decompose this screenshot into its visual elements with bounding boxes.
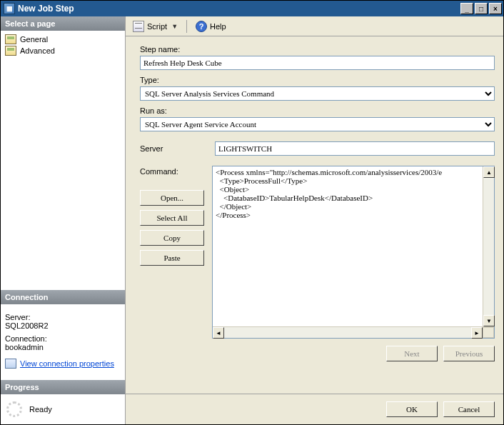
progress-header: Progress (1, 380, 125, 394)
help-label: Help (210, 22, 226, 31)
help-icon: ? (196, 21, 207, 32)
page-icon (5, 34, 16, 44)
vertical-scrollbar[interactable]: ▲ ▼ (483, 166, 494, 326)
ok-button[interactable]: OK (386, 401, 438, 417)
connection-value: bookadmin (5, 343, 121, 351)
progress-text: Ready (29, 405, 52, 414)
view-connection-row: View connection properties (5, 359, 121, 369)
view-connection-link[interactable]: View connection properties (20, 359, 114, 368)
copy-button[interactable]: Copy (140, 230, 204, 246)
scroll-track[interactable] (224, 327, 471, 338)
progress-body: Ready (1, 394, 125, 424)
command-left-col: Command: Open... Select All Copy Paste (140, 166, 208, 266)
step-nav-buttons: Next Previous (140, 346, 495, 361)
toolbar-separator (186, 20, 187, 33)
window-title: New Job Step (18, 4, 74, 14)
runas-label: Run as: (140, 106, 495, 115)
command-textarea[interactable]: <Process xmlns="http://schemas.microsoft… (213, 166, 494, 326)
maximize-button[interactable]: □ (475, 3, 488, 14)
nav-general[interactable]: General (5, 34, 121, 45)
scroll-track[interactable] (483, 178, 494, 315)
scroll-corner (483, 327, 494, 338)
type-label: Type: (140, 76, 495, 84)
runas-select[interactable]: SQL Server Agent Service Account (140, 117, 495, 131)
select-all-button[interactable]: Select All (140, 210, 204, 226)
nav-advanced[interactable]: Advanced (5, 45, 121, 56)
server-label: Server: (5, 313, 121, 321)
command-grid: Command: Open... Select All Copy Paste <… (140, 166, 495, 339)
step-name-input[interactable] (140, 56, 495, 70)
cancel-button[interactable]: Cancel (443, 401, 495, 417)
nav-label: Advanced (20, 46, 55, 55)
script-button[interactable]: Script ▼ (130, 19, 181, 34)
nav-label: General (20, 35, 48, 44)
content-area: Select a page General Advanced Connectio… (1, 16, 503, 424)
progress-spinner-icon (6, 401, 22, 417)
page-nav: General Advanced (1, 31, 125, 59)
connection-block: Server: SQL2008R2 Connection: bookadmin … (1, 304, 125, 373)
command-btn-stack: Open... Select All Copy Paste (140, 190, 208, 266)
paste-button[interactable]: Paste (140, 250, 204, 266)
dialog-window: ▦ New Job Step _ □ × Select a page Gener… (0, 0, 504, 425)
type-row: Type: SQL Server Analysis Services Comma… (140, 76, 495, 101)
properties-icon (5, 359, 16, 369)
help-button[interactable]: ? Help (193, 19, 229, 34)
scroll-left-button[interactable]: ◄ (213, 327, 224, 339)
command-label: Command: (140, 166, 208, 176)
minimize-button[interactable]: _ (460, 3, 473, 14)
script-icon (133, 21, 144, 32)
chevron-down-icon: ▼ (171, 23, 178, 30)
scroll-up-button[interactable]: ▲ (483, 166, 495, 178)
server-value: SQL2008R2 (5, 321, 121, 330)
server-row: Server (140, 141, 495, 156)
step-name-label: Step name: (140, 45, 495, 54)
runas-row: Run as: SQL Server Agent Service Account (140, 106, 495, 131)
script-label: Script (147, 22, 167, 31)
type-select[interactable]: SQL Server Analysis Services Command (140, 86, 495, 101)
scroll-down-button[interactable]: ▼ (483, 315, 495, 326)
open-button[interactable]: Open... (140, 190, 204, 206)
toolbar: Script ▼ ? Help (126, 16, 503, 36)
page-icon (5, 46, 16, 56)
right-pane: Script ▼ ? Help Step name: Type: SQL (126, 16, 503, 424)
scroll-right-button[interactable]: ► (471, 327, 483, 339)
app-icon: ▦ (4, 3, 15, 14)
connection-header: Connection (1, 290, 125, 304)
titlebar[interactable]: ▦ New Job Step _ □ × (1, 1, 503, 16)
close-button[interactable]: × (489, 3, 502, 14)
select-page-header: Select a page (1, 16, 125, 31)
left-pane: Select a page General Advanced Connectio… (1, 16, 126, 424)
server-field-label: Server (140, 144, 208, 153)
next-button[interactable]: Next (386, 346, 438, 361)
connection-label: Connection: (5, 334, 121, 343)
previous-button[interactable]: Previous (443, 346, 495, 361)
left-spacer (1, 59, 125, 290)
dialog-footer: OK Cancel (126, 394, 503, 424)
server-input[interactable] (215, 141, 495, 156)
form-area: Step name: Type: SQL Server Analysis Ser… (126, 36, 503, 394)
horizontal-scrollbar[interactable]: ◄ ► (213, 326, 494, 338)
step-name-row: Step name: (140, 45, 495, 70)
command-textarea-wrap: <Process xmlns="http://schemas.microsoft… (212, 166, 495, 339)
